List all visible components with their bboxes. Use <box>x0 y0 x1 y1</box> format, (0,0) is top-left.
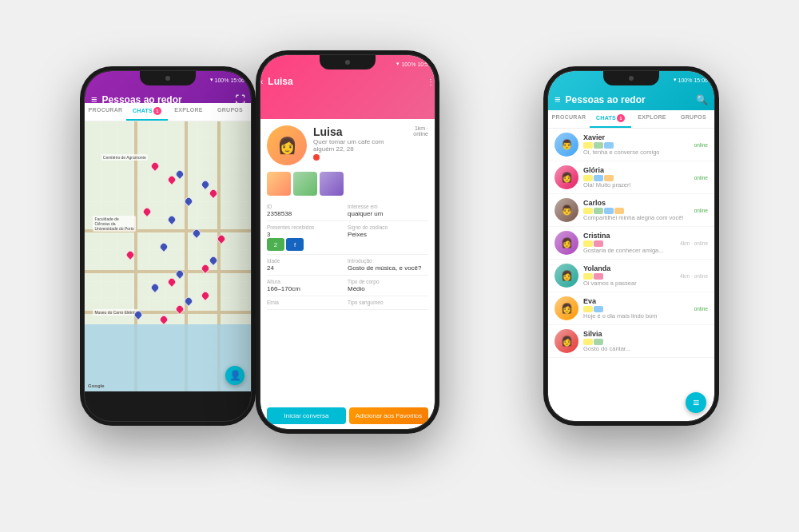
photo-1[interactable] <box>267 172 291 196</box>
right-header-title: Pessoas ao redor <box>566 94 693 105</box>
profile-info: 👩 Luisa Quer tomar um cafe com alguém 22… <box>260 119 435 172</box>
chat-content-yolanda: Yolanda Oi vamos a passear <box>583 264 680 287</box>
chat-item-silvia[interactable]: 👩 Silvia Gosto do cantar... <box>548 325 714 358</box>
wifi-right: ▾ <box>674 77 677 83</box>
tab-grupos-left[interactable]: GRUPOS <box>209 103 251 121</box>
photo-2[interactable] <box>293 172 317 196</box>
profile-details: Luisa Quer tomar um cafe com alguém 22, … <box>313 125 404 161</box>
avatar-carlos: 👨 <box>555 198 578 222</box>
wifi-center: ▾ <box>396 61 400 67</box>
tab-explore-right[interactable]: EXPLORE <box>631 110 673 128</box>
chat-content-xavier: Xavier Oi, tenha e converse comigo <box>583 133 694 156</box>
chat-content-gloria: Glória Ola! Muito prazer! <box>583 166 694 189</box>
avatar-gloria: 👩 <box>555 165 578 189</box>
tabs-left: PROCURAR CHATS1 EXPLORE GRUPOS <box>85 103 251 121</box>
field-presentes: Presentes recebidos 3 2 f <box>267 221 348 255</box>
tab-procurar-right[interactable]: PROCURAR <box>548 110 590 128</box>
photo-3[interactable] <box>320 172 344 196</box>
profile-nav: ‹ Luisa ⋮ <box>260 73 435 90</box>
phone-right: ▾ 100% 15:06 ≡ Pessoas ao redor 🔍 PROCUR… <box>543 66 719 426</box>
chat-item-eva[interactable]: 👩 Eva Hoje é o dia mais lindo bom online <box>548 292 714 325</box>
chat-item-gloria[interactable]: 👩 Glória Ola! Muito prazer! online <box>548 161 714 194</box>
more-button[interactable]: ⋮ <box>427 77 435 86</box>
tab-grupos-right[interactable]: GRUPOS <box>673 110 714 128</box>
profile-body: 👩 Luisa Quer tomar um cafe com alguém 22… <box>260 119 435 429</box>
back-button[interactable]: ‹ <box>260 77 263 86</box>
map-label-cemi: Cemitério de Agramonte <box>101 154 148 161</box>
profile-screen: ▾ 100% 10:5 ‹ Luisa ⋮ 👩 <box>260 55 435 429</box>
btn-start-chat[interactable]: Iniciar conversa <box>267 407 346 424</box>
presente-icons: 2 f <box>267 238 348 251</box>
map-label-museu: Museu do Carro Elétrico <box>93 309 139 316</box>
chat-item-carlos[interactable]: 👨 Carlos Compartilhei minha alegria com … <box>548 194 714 227</box>
time-left: 15:06 <box>230 77 244 83</box>
chat-item-cristina[interactable]: 👩 Cristina Gostaria de conhecer amiga...… <box>548 227 714 260</box>
wifi-icon-left: ▾ <box>210 77 213 83</box>
search-icon-right[interactable]: 🔍 <box>696 94 708 105</box>
chat-list: 👨 Xavier Oi, tenha e converse comigo onl… <box>548 129 714 421</box>
phone-left: ▾ 100% 15:06 ≡ Pessoas ao redor ⛶ PROCUR… <box>80 66 256 426</box>
profile-avatar: 👩 <box>267 125 307 165</box>
tab-explore-left[interactable]: EXPLORE <box>168 103 209 121</box>
tab-chats-left[interactable]: CHATS1 <box>126 103 168 121</box>
map-fab[interactable]: 👤 <box>225 366 244 385</box>
field-intro: Introdução Gosto de música, e você? <box>348 255 428 276</box>
profile-fields: ID 2358538 Interesse em qualquer um Pres… <box>260 200 435 310</box>
chat-item-yolanda[interactable]: 👩 Yolanda Oi vamos a passear 4km · onlin… <box>548 260 714 292</box>
battery-left: 100% <box>215 77 229 83</box>
field-corpo: Tipo de corpo Médio <box>348 276 428 296</box>
chat-content-silvia: Silvia Gosto do cantar... <box>583 330 708 352</box>
profile-distance: 1km · online <box>404 125 428 137</box>
profile-actions: Iniciar conversa Adicionar aos Favoritos <box>260 403 435 429</box>
avatar-cristina: 👩 <box>555 231 578 255</box>
notch-left <box>140 71 196 85</box>
field-idade: Idade 24 <box>267 255 348 276</box>
map-view: Cemitério de Agramonte Faculdade deCiênc… <box>85 121 251 391</box>
battery-right: 100% <box>678 77 693 83</box>
field-altura: Altura 166–170cm <box>267 276 348 296</box>
right-app-header: ≡ Pessoas ao redor 🔍 <box>548 89 714 110</box>
chat-content-eva: Eva Hoje é o dia mais lindo bom <box>583 297 694 320</box>
avatar-silvia: 👩 <box>555 329 578 353</box>
chat-content-carlos: Carlos Compartilhei minha alegria com vo… <box>583 199 694 221</box>
profile-tagline: Quer tomar um cafe com alguém 22, 28 <box>313 138 404 153</box>
tab-chats-right[interactable]: CHATS1 <box>590 110 631 128</box>
profile-nav-name: Luisa <box>268 76 292 87</box>
tabs-right: PROCURAR CHATS1 EXPLORE GRUPOS <box>548 110 714 129</box>
avatar-eva: 👩 <box>555 296 578 320</box>
status-icons-left: ▾ 100% 15:06 <box>210 77 244 83</box>
map-label-fac: Faculdade deCiências daUniversidade do P… <box>93 216 135 232</box>
field-interesse: Interesse em qualquer um <box>348 200 428 221</box>
avatar-xavier: 👨 <box>555 133 578 157</box>
profile-name: Luisa <box>313 125 404 138</box>
field-id: ID 2358538 <box>267 200 348 221</box>
presente-icon-2: f <box>286 238 304 251</box>
time-center: 10:5 <box>417 62 428 67</box>
google-logo: Google <box>88 383 105 388</box>
avatar-yolanda: 👩 <box>555 264 578 288</box>
chat-screen: ▾ 100% 15:06 ≡ Pessoas ao redor 🔍 PROCUR… <box>548 71 714 421</box>
time-right: 15:06 <box>694 77 708 83</box>
notch-right <box>603 71 659 85</box>
btn-add-fav[interactable]: Adicionar aos Favoritos <box>349 407 428 424</box>
profile-photos <box>260 172 435 200</box>
field-signo: Signo do zodíaco Peixes <box>348 221 428 255</box>
field-sanguineo: Tipo sanguíneo <box>348 296 428 310</box>
phone-center: ▾ 100% 10:5 ‹ Luisa ⋮ 👩 <box>256 50 439 434</box>
chat-content-cristina: Cristina Gostaria de conhecer amiga... <box>583 232 680 254</box>
notch-center <box>320 55 376 69</box>
hamburger-right[interactable]: ≡ <box>555 93 561 105</box>
tab-procurar-left[interactable]: PROCURAR <box>85 103 126 121</box>
chat-fab[interactable]: ≡ <box>686 392 706 413</box>
battery-center: 100% <box>401 62 415 67</box>
presentes-value: 3 2 f <box>267 231 348 251</box>
status-dot <box>313 154 320 161</box>
chat-item-xavier[interactable]: 👨 Xavier Oi, tenha e converse comigo onl… <box>548 129 714 161</box>
field-etnia: Etnia <box>267 296 348 310</box>
presente-icon-1: 2 <box>267 238 284 251</box>
